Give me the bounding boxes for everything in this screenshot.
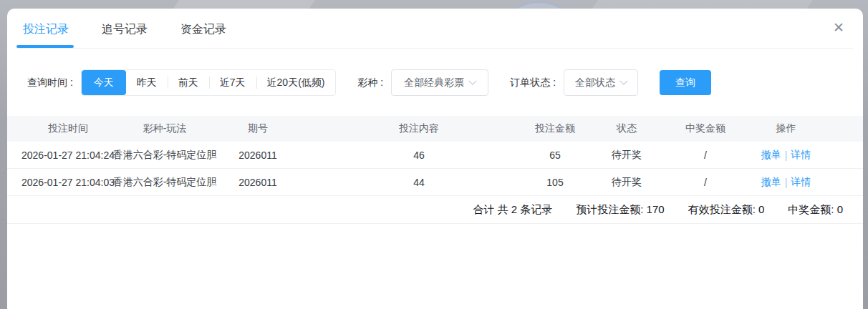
summary-prize-amount: 中奖金额: 0 <box>788 203 843 217</box>
cell-bet-content: 46 <box>315 149 523 161</box>
chevron-down-icon <box>619 77 627 84</box>
cell-game-play: 香港六合彩-特码定位胆 <box>129 176 201 189</box>
time-option-day-before[interactable]: 前天 <box>168 70 209 95</box>
link-separator: | <box>785 177 788 188</box>
records-table: 投注时间 彩种-玩法 期号 投注内容 投注金额 状态 中奖金额 操作 2026-… <box>7 116 863 224</box>
time-range-group: 今天 昨天 前天 近7天 近20天(低频) <box>81 69 337 96</box>
chevron-down-icon <box>469 77 477 84</box>
time-option-last7days[interactable]: 近7天 <box>209 70 256 95</box>
cancel-order-link[interactable]: 撤单 <box>761 176 781 189</box>
cell-bet-amount: 65 <box>523 149 587 161</box>
col-header-status: 状态 <box>587 122 666 135</box>
order-status-label: 订单状态 : <box>510 77 556 89</box>
col-header-bet-amount: 投注金额 <box>523 122 587 135</box>
order-status-value: 全部状态 <box>575 77 615 89</box>
order-status-select[interactable]: 全部状态 <box>564 69 638 96</box>
cell-bet-amount: 105 <box>523 177 587 188</box>
lottery-filter-label: 彩种 : <box>357 77 383 89</box>
tab-betting-records[interactable]: 投注记录 <box>23 9 69 48</box>
cell-bet-time: 2026-01-27 21:04:24 <box>7 149 129 161</box>
col-header-bet-time: 投注时间 <box>7 122 129 135</box>
betting-records-modal: 投注记录 追号记录 资金记录 ✕ 查询时间 : 今天 昨天 前天 近7天 近20… <box>7 9 863 309</box>
summary-total-records: 合计 共 2 条记录 <box>473 203 552 217</box>
cell-bet-content: 44 <box>315 177 523 188</box>
detail-link[interactable]: 详情 <box>791 176 811 189</box>
time-option-yesterday[interactable]: 昨天 <box>126 70 168 95</box>
cell-status: 待开奖 <box>587 176 666 189</box>
col-header-actions: 操作 <box>745 122 863 135</box>
cell-status: 待开奖 <box>587 149 666 162</box>
col-header-bet-content: 投注内容 <box>315 122 523 135</box>
tab-funds-records[interactable]: 资金记录 <box>180 9 226 48</box>
lottery-select-value: 全部经典彩票 <box>404 77 464 89</box>
time-option-last20days[interactable]: 近20天(低频) <box>256 70 336 95</box>
col-header-prize-amount: 中奖金额 <box>666 122 745 135</box>
table-row: 2026-01-27 21:04:24 香港六合彩-特码定位胆 2026011 … <box>7 142 863 169</box>
time-option-today[interactable]: 今天 <box>82 70 126 95</box>
cell-game-play: 香港六合彩-特码定位胆 <box>129 149 201 162</box>
cell-bet-time: 2026-01-27 21:04:03 <box>7 177 129 188</box>
cell-issue: 2026011 <box>201 149 315 161</box>
link-separator: | <box>785 149 788 161</box>
table-row: 2026-01-27 21:04:03 香港六合彩-特码定位胆 2026011 … <box>7 169 863 196</box>
tab-chase-records[interactable]: 追号记录 <box>102 9 148 48</box>
col-header-issue: 期号 <box>201 122 315 135</box>
cell-actions: 撤单 | 详情 <box>745 149 863 162</box>
summary-valid-bet-amount: 有效投注金额: 0 <box>688 203 765 217</box>
time-filter-label: 查询时间 : <box>27 77 73 89</box>
col-header-game-play: 彩种-玩法 <box>129 122 201 135</box>
cell-issue: 2026011 <box>201 177 315 188</box>
lottery-select[interactable]: 全部经典彩票 <box>391 69 488 96</box>
detail-link[interactable]: 详情 <box>791 149 811 162</box>
summary-expected-bet-amount: 预计投注金额: 170 <box>576 203 664 217</box>
close-icon[interactable]: ✕ <box>830 18 847 37</box>
search-button[interactable]: 查询 <box>660 70 711 95</box>
summary-row: 合计 共 2 条记录 预计投注金额: 170 有效投注金额: 0 中奖金额: 0 <box>7 196 863 224</box>
cancel-order-link[interactable]: 撤单 <box>761 149 781 162</box>
filter-bar: 查询时间 : 今天 昨天 前天 近7天 近20天(低频) 彩种 : 全部经典彩票… <box>27 69 863 96</box>
tab-bar: 投注记录 追号记录 资金记录 ✕ <box>17 9 853 49</box>
cell-actions: 撤单 | 详情 <box>745 176 863 189</box>
cell-prize-amount: / <box>666 149 745 161</box>
table-header-row: 投注时间 彩种-玩法 期号 投注内容 投注金额 状态 中奖金额 操作 <box>7 116 863 142</box>
cell-prize-amount: / <box>666 177 745 188</box>
